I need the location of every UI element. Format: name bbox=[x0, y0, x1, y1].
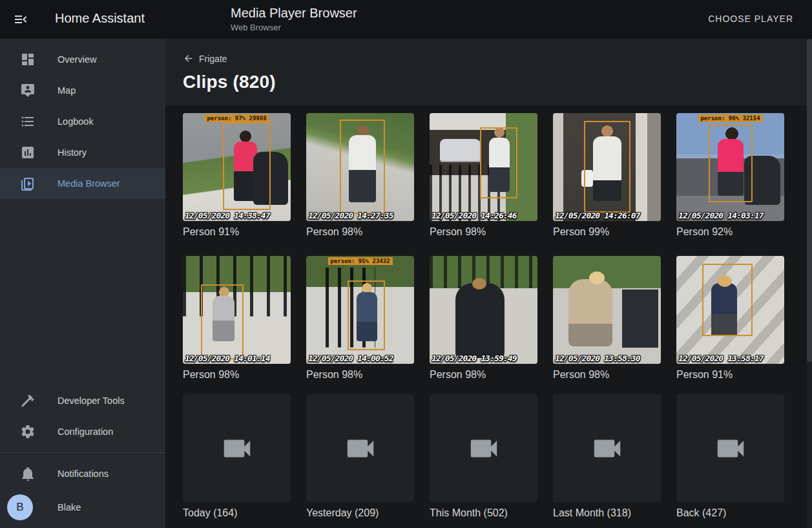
clip-thumbnail[interactable]: person: 97% 29988 12/05/2020 14:38:47 bbox=[183, 113, 291, 221]
clip-thumbnail[interactable]: 12/05/2020 14:26:46 bbox=[430, 113, 537, 221]
sidebar-item-configuration[interactable]: Configuration bbox=[0, 416, 165, 447]
clips-grid: person: 97% 29988 12/05/2020 14:38:47 Pe… bbox=[165, 105, 812, 381]
page-subtitle: Web Browser bbox=[231, 23, 357, 32]
detection-label: person: 96% 32154 bbox=[698, 114, 762, 122]
folder-caption: Last Month (318) bbox=[553, 507, 661, 519]
folder-thumbnail[interactable] bbox=[553, 394, 661, 502]
folder-thumbnail[interactable] bbox=[676, 394, 784, 502]
folder-caption: This Month (502) bbox=[430, 507, 537, 519]
sidebar-item-map[interactable]: Map bbox=[0, 75, 165, 106]
folder-caption: Back (427) bbox=[676, 507, 784, 519]
detection-bbox bbox=[702, 264, 753, 336]
sidebar-item-history[interactable]: History bbox=[0, 137, 165, 168]
clip-thumbnail[interactable]: 12/05/2020 13:58:17 bbox=[676, 256, 784, 364]
folder-thumbnail[interactable] bbox=[306, 394, 414, 502]
clip-card[interactable]: 12/05/2020 14:26:07 Person 99% bbox=[553, 113, 661, 238]
clip-caption: Person 91% bbox=[183, 226, 291, 238]
folder-card[interactable]: Yesterday (209) bbox=[306, 394, 414, 519]
clip-timestamp: 12/05/2020 14:00:52 bbox=[308, 354, 393, 363]
dashboard-icon bbox=[20, 52, 36, 67]
hammer-icon bbox=[20, 393, 36, 408]
clip-caption: Person 98% bbox=[430, 226, 537, 238]
clip-card[interactable]: 12/05/2020 14:26:46 Person 98% bbox=[430, 113, 537, 238]
sidebar-item-label: Notifications bbox=[57, 469, 109, 479]
sidebar-item-label: Media Browser bbox=[57, 178, 120, 189]
video-camera-icon bbox=[343, 431, 378, 466]
choose-player-button[interactable]: CHOOSE PLAYER bbox=[704, 13, 797, 25]
clip-timestamp: 12/05/2020 13:58:30 bbox=[555, 354, 640, 363]
sidebar-toggle-icon[interactable] bbox=[13, 12, 28, 27]
folder-card[interactable]: Back (427) bbox=[676, 394, 784, 519]
detection-bbox bbox=[223, 122, 271, 210]
video-camera-icon bbox=[220, 431, 255, 466]
clip-timestamp: 12/05/2020 14:27:35 bbox=[308, 211, 393, 220]
map-account-icon bbox=[20, 83, 36, 98]
sidebar-item-developer-tools[interactable]: Developer Tools bbox=[0, 385, 165, 416]
folder-thumbnail[interactable] bbox=[183, 394, 291, 502]
detection-label: person: 95% 23432 bbox=[328, 257, 392, 265]
clip-card[interactable]: person: 97% 29988 12/05/2020 14:38:47 Pe… bbox=[183, 113, 291, 238]
sidebar-item-notifications[interactable]: Notifications bbox=[0, 458, 165, 489]
clip-thumbnail[interactable]: person: 96% 32154 12/05/2020 14:03:17 bbox=[676, 113, 784, 221]
detection-bbox bbox=[480, 127, 517, 198]
clip-timestamp: 12/05/2020 14:26:46 bbox=[432, 211, 517, 220]
clip-card[interactable]: 12/05/2020 13:59:49 Person 98% bbox=[430, 256, 537, 381]
clip-thumbnail[interactable]: 12/05/2020 14:01:14 bbox=[183, 256, 291, 364]
bell-icon bbox=[20, 466, 36, 481]
avatar: B bbox=[7, 494, 33, 520]
clips-title: Clips (820) bbox=[183, 72, 812, 92]
folder-thumbnail[interactable] bbox=[430, 394, 537, 502]
clip-card[interactable]: 12/05/2020 14:01:14 Person 98% bbox=[183, 256, 291, 381]
clip-caption: Person 98% bbox=[553, 369, 661, 381]
content-header: Frigate Clips (820) bbox=[165, 39, 812, 105]
clip-card[interactable]: person: 95% 23432 12/05/2020 14:00:52 Pe… bbox=[306, 256, 414, 381]
sidebar-item-logbook[interactable]: Logbook bbox=[0, 106, 165, 137]
detection-bbox bbox=[584, 121, 630, 213]
breadcrumb-label: Frigate bbox=[199, 54, 227, 64]
clip-card[interactable]: person: 96% 32154 12/05/2020 14:03:17 Pe… bbox=[676, 113, 784, 238]
sidebar-item-label: Logbook bbox=[57, 116, 94, 127]
clip-timestamp: 12/05/2020 14:03:17 bbox=[678, 211, 764, 220]
sidebar-divider bbox=[0, 452, 165, 453]
scrollbar-track[interactable] bbox=[807, 39, 812, 528]
detection-bbox bbox=[709, 125, 753, 202]
clip-caption: Person 98% bbox=[430, 369, 537, 381]
top-app-bar: Home Assistant Media Player Browser Web … bbox=[0, 0, 812, 39]
folder-card[interactable]: This Month (502) bbox=[430, 394, 537, 519]
app-title: Home Assistant bbox=[55, 11, 145, 26]
user-name: Blake bbox=[57, 502, 81, 512]
sidebar: Overview Map Logbook History Media Brows… bbox=[0, 39, 165, 528]
clip-thumbnail[interactable]: person: 95% 23432 12/05/2020 14:00:52 bbox=[306, 256, 414, 364]
list-icon bbox=[20, 114, 36, 129]
video-camera-icon bbox=[713, 431, 748, 466]
clip-thumbnail[interactable]: 12/05/2020 14:27:35 bbox=[306, 113, 414, 221]
clip-thumbnail[interactable]: 12/05/2020 13:58:30 bbox=[553, 256, 661, 364]
video-camera-icon bbox=[466, 431, 501, 466]
video-camera-icon bbox=[590, 431, 625, 466]
media-browser-icon bbox=[20, 176, 36, 191]
folder-card[interactable]: Last Month (318) bbox=[553, 394, 661, 519]
clip-caption: Person 98% bbox=[306, 369, 414, 381]
gear-icon bbox=[20, 424, 36, 439]
folder-card[interactable]: Today (164) bbox=[183, 394, 291, 519]
breadcrumb[interactable]: Frigate bbox=[183, 53, 812, 64]
sidebar-item-label: Map bbox=[57, 85, 76, 96]
sidebar-spacer bbox=[0, 199, 165, 385]
chart-box-icon bbox=[20, 145, 36, 160]
clip-caption: Person 92% bbox=[676, 226, 784, 238]
sidebar-item-profile[interactable]: B Blake bbox=[0, 489, 165, 525]
clip-thumbnail[interactable]: 12/05/2020 14:26:07 bbox=[553, 113, 661, 221]
sidebar-item-media-browser[interactable]: Media Browser bbox=[0, 168, 165, 199]
media-browser-content: Frigate Clips (820) person: 97% 29988 12… bbox=[165, 39, 812, 528]
arrow-left-icon bbox=[183, 53, 194, 64]
folder-caption: Today (164) bbox=[183, 507, 291, 519]
page-title: Media Player Browser bbox=[231, 6, 357, 21]
clip-card[interactable]: 12/05/2020 14:27:35 Person 98% bbox=[306, 113, 414, 238]
clip-card[interactable]: 12/05/2020 13:58:30 Person 98% bbox=[553, 256, 661, 381]
scrollbar-thumb[interactable] bbox=[807, 39, 812, 362]
sidebar-item-overview[interactable]: Overview bbox=[0, 44, 165, 75]
clip-timestamp: 12/05/2020 14:01:14 bbox=[185, 354, 270, 363]
sidebar-item-label: Developer Tools bbox=[57, 396, 125, 406]
clip-card[interactable]: 12/05/2020 13:58:17 Person 91% bbox=[676, 256, 784, 381]
clip-thumbnail[interactable]: 12/05/2020 13:59:49 bbox=[430, 256, 537, 364]
